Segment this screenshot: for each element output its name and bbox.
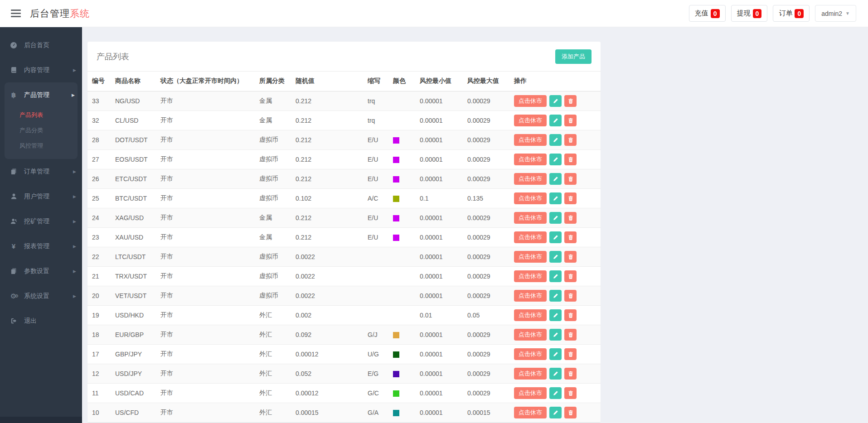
pencil-icon bbox=[553, 137, 558, 143]
delete-button[interactable] bbox=[564, 173, 577, 185]
sidebar-item-reports[interactable]: ¥ 报表管理 ▶ bbox=[0, 234, 82, 259]
cell-abbreviation: E/U bbox=[364, 130, 389, 149]
close-market-button[interactable]: 点击休市 bbox=[514, 368, 547, 380]
close-market-button[interactable]: 点击休市 bbox=[514, 387, 547, 399]
withdraw-button[interactable]: 提现 0 bbox=[731, 5, 768, 22]
close-market-button[interactable]: 点击休市 bbox=[514, 348, 547, 360]
edit-button[interactable] bbox=[549, 231, 562, 243]
sidebar-subitem-product-category[interactable]: 产品分类 bbox=[5, 123, 78, 138]
close-market-button[interactable]: 点击休市 bbox=[514, 290, 547, 302]
close-market-button[interactable]: 点击休市 bbox=[514, 192, 547, 204]
subitem-label: 风控管理 bbox=[19, 142, 43, 150]
cell-status: 开市 bbox=[157, 130, 256, 149]
cell-abbreviation: E/U bbox=[364, 149, 389, 169]
close-market-button[interactable]: 点击休市 bbox=[514, 154, 547, 165]
orders-button[interactable]: 订单 0 bbox=[773, 5, 810, 22]
cell-status: 开市 bbox=[157, 91, 256, 111]
close-market-button[interactable]: 点击休市 bbox=[514, 231, 547, 243]
close-market-button[interactable]: 点击休市 bbox=[514, 212, 547, 224]
edit-button[interactable] bbox=[549, 251, 562, 263]
cell-risk-min: 0.00001 bbox=[416, 169, 464, 188]
edit-button[interactable] bbox=[549, 407, 562, 418]
delete-button[interactable] bbox=[564, 407, 577, 418]
delete-button[interactable] bbox=[564, 348, 577, 360]
delete-button[interactable] bbox=[564, 309, 577, 321]
edit-button[interactable] bbox=[549, 173, 562, 185]
pencil-icon bbox=[553, 293, 558, 298]
sidebar-item-system-settings[interactable]: ⚙⚙ 系统设置 ▶ bbox=[0, 284, 82, 308]
cell-status: 开市 bbox=[157, 403, 256, 422]
sidebar-item-mining[interactable]: 挖矿管理 ▶ bbox=[0, 209, 82, 234]
cell-product-name: NG/USD bbox=[112, 91, 157, 111]
close-market-button[interactable]: 点击休市 bbox=[514, 407, 547, 418]
edit-button[interactable] bbox=[549, 154, 562, 165]
copy-icon bbox=[9, 268, 18, 274]
edit-button[interactable] bbox=[549, 270, 562, 282]
delete-button[interactable] bbox=[564, 290, 577, 302]
edit-button[interactable] bbox=[549, 212, 562, 224]
delete-button[interactable] bbox=[564, 134, 577, 146]
chevron-right-icon: ▶ bbox=[73, 244, 76, 249]
close-market-button[interactable]: 点击休市 bbox=[514, 173, 547, 185]
delete-button[interactable] bbox=[564, 387, 577, 399]
hamburger-menu-icon[interactable] bbox=[10, 8, 22, 19]
sidebar-item-logout[interactable]: 退出 bbox=[0, 308, 82, 333]
close-market-button[interactable]: 点击休市 bbox=[514, 270, 547, 282]
close-market-button[interactable]: 点击休市 bbox=[514, 115, 547, 126]
cell-random-value: 0.002 bbox=[292, 305, 364, 325]
close-market-button[interactable]: 点击休市 bbox=[514, 251, 547, 263]
close-market-button[interactable]: 点击休市 bbox=[514, 134, 547, 146]
sidebar-item-parameters[interactable]: 参数设置 ▶ bbox=[0, 259, 82, 284]
copy-icon bbox=[9, 168, 18, 175]
signout-icon bbox=[9, 317, 18, 324]
sidebar-item-products[interactable]: ฿ 产品管理 ▶ bbox=[5, 82, 78, 107]
sidebar-subitem-risk-management[interactable]: 风控管理 bbox=[5, 138, 78, 154]
close-market-button[interactable]: 点击休市 bbox=[514, 309, 547, 321]
edit-button[interactable] bbox=[549, 134, 562, 146]
cell-id: 25 bbox=[87, 188, 112, 208]
edit-button[interactable] bbox=[549, 95, 562, 107]
close-market-button[interactable]: 点击休市 bbox=[514, 329, 547, 341]
delete-button[interactable] bbox=[564, 95, 577, 107]
cell-risk-min: 0.1 bbox=[416, 188, 464, 208]
pencil-icon bbox=[553, 235, 558, 240]
column-header: 编号 bbox=[87, 72, 112, 91]
user-menu-button[interactable]: admin2 ▼ bbox=[815, 5, 856, 22]
delete-button[interactable] bbox=[564, 231, 577, 243]
cell-product-name: ETC/USDT bbox=[112, 169, 157, 188]
pencil-icon bbox=[553, 196, 558, 201]
edit-button[interactable] bbox=[549, 368, 562, 380]
gears-icon: ⚙⚙ bbox=[9, 292, 18, 300]
edit-button[interactable] bbox=[549, 192, 562, 204]
recharge-label: 充值 bbox=[695, 9, 708, 18]
edit-button[interactable] bbox=[549, 348, 562, 360]
edit-button[interactable] bbox=[549, 115, 562, 126]
cell-risk-max: 0.00015 bbox=[464, 403, 510, 422]
edit-button[interactable] bbox=[549, 309, 562, 321]
delete-button[interactable] bbox=[564, 115, 577, 126]
delete-button[interactable] bbox=[564, 154, 577, 165]
trash-icon bbox=[568, 98, 573, 104]
edit-button[interactable] bbox=[549, 387, 562, 399]
sidebar-item-content[interactable]: 内容管理 ▶ bbox=[0, 58, 82, 82]
sidebar-subitem-product-list[interactable]: 产品列表 bbox=[5, 107, 78, 123]
column-header: 随机值 bbox=[292, 72, 364, 91]
sidebar-item-orders[interactable]: 订单管理 ▶ bbox=[0, 159, 82, 184]
close-market-button[interactable]: 点击休市 bbox=[514, 95, 547, 107]
edit-button[interactable] bbox=[549, 329, 562, 341]
cell-product-name: USD/HKD bbox=[112, 305, 157, 325]
delete-button[interactable] bbox=[564, 192, 577, 204]
subitem-label: 产品分类 bbox=[19, 126, 43, 135]
delete-button[interactable] bbox=[564, 212, 577, 224]
cell-actions: 点击休市 bbox=[510, 91, 601, 111]
sidebar-item-users[interactable]: 用户管理 ▶ bbox=[0, 184, 82, 209]
sidebar-item-dashboard[interactable]: 后台首页 bbox=[0, 33, 82, 58]
recharge-button[interactable]: 充值 0 bbox=[689, 5, 726, 22]
add-product-button[interactable]: 添加产品 bbox=[555, 49, 592, 64]
trash-icon bbox=[568, 351, 573, 357]
edit-button[interactable] bbox=[549, 290, 562, 302]
delete-button[interactable] bbox=[564, 329, 577, 341]
delete-button[interactable] bbox=[564, 270, 577, 282]
delete-button[interactable] bbox=[564, 368, 577, 380]
delete-button[interactable] bbox=[564, 251, 577, 263]
